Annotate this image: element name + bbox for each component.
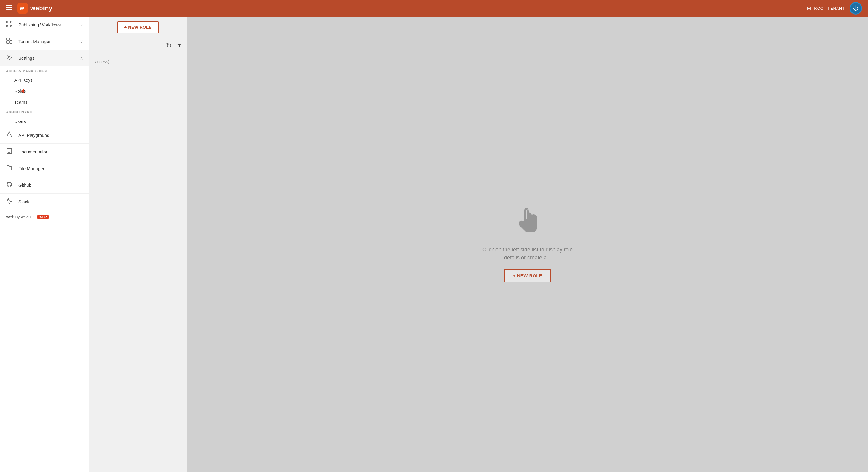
sidebar-item-tenant-manager[interactable]: Tenant Manager ∨ bbox=[0, 33, 89, 50]
header-left: w webiny bbox=[6, 3, 53, 14]
header-right: ⊞ ROOT TENANT ⏻ bbox=[807, 2, 862, 14]
main-layout: Publishing Workflows ∨ Tenant Manager ∨ bbox=[0, 16, 868, 472]
top-header: w webiny ⊞ ROOT TENANT ⏻ bbox=[0, 0, 868, 16]
logo-text: webiny bbox=[30, 4, 53, 12]
power-icon: ⏻ bbox=[853, 5, 859, 11]
svg-rect-1 bbox=[6, 7, 12, 8]
documentation-label: Documentation bbox=[19, 149, 83, 155]
settings-header[interactable]: Settings ∧ bbox=[0, 50, 89, 66]
admin-users-title: ADMIN USERS bbox=[0, 107, 89, 116]
file-manager-label: File Manager bbox=[19, 166, 83, 171]
detail-panel: Click on the left side list to display r… bbox=[187, 16, 868, 472]
sidebar-item-github[interactable]: Github bbox=[0, 177, 89, 194]
api-playground-icon bbox=[6, 131, 14, 139]
sidebar: Publishing Workflows ∨ Tenant Manager ∨ bbox=[0, 16, 89, 472]
filter-icon[interactable] bbox=[176, 42, 182, 49]
no-data-text: access). bbox=[95, 59, 111, 64]
settings-icon bbox=[6, 54, 14, 62]
list-panel-header: + NEW ROLE bbox=[89, 16, 187, 38]
teams-label: Teams bbox=[14, 99, 27, 104]
sidebar-item-roles[interactable]: Roles bbox=[0, 86, 89, 97]
svg-point-4 bbox=[6, 21, 8, 23]
file-manager-icon bbox=[6, 164, 14, 172]
hamburger-icon[interactable] bbox=[6, 5, 12, 12]
list-panel-content: access). bbox=[89, 54, 187, 472]
github-label: Github bbox=[19, 182, 83, 188]
tenant-icon: ⊞ bbox=[807, 5, 811, 11]
github-icon bbox=[6, 181, 14, 189]
sidebar-item-file-manager[interactable]: File Manager bbox=[0, 160, 89, 177]
roles-arrow-annotation bbox=[21, 89, 89, 94]
sidebar-item-publishing-workflows[interactable]: Publishing Workflows ∨ bbox=[0, 16, 89, 33]
svg-rect-11 bbox=[6, 38, 9, 40]
tenant-info: ⊞ ROOT TENANT bbox=[807, 5, 845, 11]
api-playground-label: API Playground bbox=[19, 133, 83, 138]
settings-section: Settings ∧ ACCESS MANAGEMENT API Keys Ro… bbox=[0, 50, 89, 127]
svg-rect-14 bbox=[9, 41, 12, 43]
tenant-label: ROOT TENANT bbox=[814, 6, 845, 11]
settings-chevron: ∧ bbox=[80, 56, 83, 61]
svg-marker-16 bbox=[6, 132, 12, 137]
version-info: Webiny v5.40.3 WCP bbox=[0, 210, 89, 224]
svg-point-15 bbox=[8, 57, 10, 58]
tenant-manager-label: Tenant Manager bbox=[19, 39, 80, 44]
svg-rect-0 bbox=[6, 5, 12, 6]
new-role-button-top[interactable]: + NEW ROLE bbox=[117, 21, 159, 33]
sidebar-item-users[interactable]: Users bbox=[0, 116, 89, 127]
publishing-workflows-icon bbox=[6, 21, 14, 29]
wcp-badge: WCP bbox=[37, 215, 49, 220]
list-panel-toolbar: ↻ bbox=[89, 38, 187, 54]
svg-point-6 bbox=[6, 25, 8, 27]
svg-rect-13 bbox=[6, 41, 9, 43]
sidebar-item-api-keys[interactable]: API Keys bbox=[0, 74, 89, 86]
list-panel: + NEW ROLE ↻ access). bbox=[89, 16, 187, 472]
documentation-icon bbox=[6, 148, 14, 156]
tenant-manager-icon bbox=[6, 37, 14, 45]
sidebar-item-api-playground[interactable]: API Playground bbox=[0, 127, 89, 144]
users-label: Users bbox=[14, 119, 26, 124]
detail-placeholder: Click on the left side list to display r… bbox=[483, 206, 573, 282]
refresh-icon[interactable]: ↻ bbox=[166, 42, 172, 49]
publishing-workflows-label: Publishing Workflows bbox=[19, 22, 80, 27]
access-management-title: ACCESS MANAGEMENT bbox=[0, 66, 89, 74]
version-text: Webiny v5.40.3 bbox=[6, 215, 34, 220]
touch-icon bbox=[514, 206, 541, 239]
svg-point-5 bbox=[10, 21, 12, 23]
api-keys-label: API Keys bbox=[14, 77, 33, 82]
svg-text:w: w bbox=[20, 5, 24, 11]
content-area: + NEW ROLE ↻ access). bbox=[89, 16, 868, 472]
sidebar-item-slack[interactable]: Slack bbox=[0, 194, 89, 210]
slack-label: Slack bbox=[19, 199, 83, 204]
logo-container: w webiny bbox=[17, 3, 53, 14]
publishing-workflows-chevron: ∨ bbox=[80, 23, 83, 27]
settings-label: Settings bbox=[19, 56, 80, 61]
svg-rect-2 bbox=[6, 9, 12, 10]
power-button[interactable]: ⏻ bbox=[849, 2, 862, 14]
detail-description: Click on the left side list to display r… bbox=[483, 246, 573, 262]
svg-rect-12 bbox=[9, 38, 12, 40]
tenant-manager-chevron: ∨ bbox=[80, 39, 83, 44]
svg-point-7 bbox=[10, 25, 12, 27]
sidebar-item-teams[interactable]: Teams bbox=[0, 97, 89, 107]
new-role-button-detail[interactable]: + NEW ROLE bbox=[504, 269, 551, 282]
sidebar-item-documentation[interactable]: Documentation bbox=[0, 144, 89, 160]
logo-badge: w bbox=[17, 3, 28, 14]
slack-icon bbox=[6, 198, 14, 206]
